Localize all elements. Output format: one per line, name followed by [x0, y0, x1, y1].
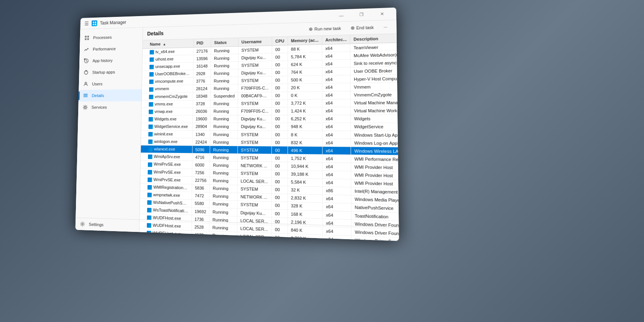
process-file-icon: [150, 50, 154, 55]
sidebar-item-users[interactable]: Users: [79, 77, 141, 90]
svg-point-13: [84, 107, 86, 108]
run-task-button[interactable]: ⊕ Run new task: [305, 24, 345, 33]
svg-rect-1: [95, 21, 96, 23]
services-icon: [82, 104, 88, 110]
col-memory[interactable]: Memory (ac...: [288, 36, 322, 45]
col-arch[interactable]: Architec...: [322, 35, 350, 44]
col-status[interactable]: Status: [211, 38, 238, 47]
process-file-icon: [149, 102, 153, 107]
process-file-icon: [147, 192, 152, 197]
process-file-icon: [148, 147, 153, 152]
performance-icon: [84, 46, 90, 52]
svg-rect-7: [87, 38, 89, 40]
processes-icon: [84, 35, 90, 41]
svg-rect-10: [84, 94, 88, 95]
svg-rect-2: [93, 23, 94, 25]
details-label: Details: [92, 93, 104, 98]
process-file-icon: [147, 208, 152, 212]
svg-point-14: [82, 223, 83, 225]
table-row[interactable]: vmms.exe3728RunningSYSTEM003,772 Kx64Vir…: [141, 99, 399, 108]
svg-rect-0: [93, 21, 94, 23]
process-file-icon: [148, 177, 152, 182]
app-history-icon: [84, 58, 89, 64]
table-body: tv_x64.exe27176RunningSYSTEM0088 Kx64Tea…: [140, 43, 399, 241]
svg-point-9: [85, 82, 87, 84]
settings-label: Settings: [89, 222, 104, 227]
process-file-icon: [150, 72, 154, 77]
process-file-icon: [148, 132, 153, 136]
sidebar: Processes Performance: [76, 28, 143, 232]
laptop-screen: ☰ Task Manager — ❐ ✕: [76, 8, 399, 241]
process-file-icon: [147, 200, 152, 205]
table-row[interactable]: WidgetService.exe28904RunningDigvijay Ku…: [141, 123, 399, 131]
process-table-container[interactable]: Name ▲ PID Status Username CPU Memory (a…: [140, 34, 399, 241]
app-history-label: App history: [92, 58, 112, 63]
details-icon: [83, 93, 89, 99]
process-file-icon: [148, 140, 153, 144]
col-cpu[interactable]: CPU: [272, 37, 288, 46]
svg-rect-4: [85, 36, 87, 38]
process-file-icon: [149, 87, 153, 92]
processes-label: Processes: [93, 35, 112, 40]
sidebar-item-services[interactable]: Services: [78, 101, 141, 113]
col-desc[interactable]: Description: [350, 34, 399, 44]
main-layout: Processes Performance: [76, 20, 399, 241]
process-file-icon: [150, 58, 154, 62]
users-icon: [83, 81, 89, 87]
startup-apps-label: Startup apps: [92, 70, 115, 74]
col-username[interactable]: Username: [238, 37, 272, 46]
table-row[interactable]: Widgets.exe19600RunningDigvijay Ku...006…: [141, 115, 399, 123]
more-options-button[interactable]: ···: [380, 23, 392, 31]
sort-asc-icon: ▲: [163, 43, 166, 46]
run-task-icon: ⊕: [309, 26, 313, 32]
settings-icon: [80, 221, 85, 227]
svg-rect-11: [84, 95, 88, 96]
end-task-button[interactable]: ⊗ End task: [347, 23, 378, 33]
sidebar-item-details[interactable]: Details: [79, 89, 142, 102]
services-label: Services: [92, 105, 107, 110]
title-bar-controls: — ❐ ✕: [332, 8, 391, 22]
users-label: Users: [92, 82, 103, 86]
svg-rect-6: [85, 38, 87, 40]
col-pid[interactable]: PID: [193, 39, 211, 48]
process-file-icon: [148, 154, 153, 159]
sidebar-item-app-history[interactable]: App history: [79, 54, 142, 67]
process-file-icon: [149, 117, 153, 122]
table-row[interactable]: vmwp.exe26036RunningF709FF05-C...001,424…: [141, 107, 399, 115]
minimize-button[interactable]: —: [332, 9, 350, 22]
app-icon: [92, 20, 97, 26]
sidebar-item-processes[interactable]: Processes: [80, 31, 143, 44]
end-task-icon: ⊗: [351, 25, 355, 31]
content-title: Details: [147, 26, 304, 37]
task-manager-window: ☰ Task Manager — ❐ ✕: [76, 8, 399, 241]
process-file-icon: [148, 125, 153, 129]
process-file-icon: [148, 170, 152, 174]
more-options-icon: ···: [384, 25, 388, 30]
process-file-icon: [149, 95, 153, 99]
startup-icon: [83, 69, 89, 75]
sidebar-item-performance[interactable]: Performance: [80, 42, 143, 55]
sidebar-item-startup-apps[interactable]: Startup apps: [79, 66, 142, 78]
window-title: Task Manager: [100, 20, 127, 25]
hamburger-icon[interactable]: ☰: [84, 20, 89, 26]
process-file-icon: [148, 185, 152, 190]
close-button[interactable]: ✕: [373, 8, 392, 21]
content-area: Details ⊕ Run new task ⊗ End task ···: [140, 20, 399, 241]
maximize-button[interactable]: ❐: [352, 8, 371, 21]
process-file-icon: [149, 80, 153, 84]
svg-rect-5: [87, 36, 89, 38]
svg-rect-3: [95, 23, 96, 25]
scene: ☰ Task Manager — ❐ ✕: [0, 0, 644, 322]
performance-label: Performance: [93, 46, 116, 51]
process-file-icon: [148, 162, 153, 167]
col-name[interactable]: Name ▲: [143, 39, 194, 49]
process-table: Name ▲ PID Status Username CPU Memory (a…: [140, 34, 399, 241]
process-file-icon: [149, 110, 153, 114]
svg-rect-12: [84, 96, 88, 97]
run-task-label: Run new task: [314, 26, 341, 31]
process-file-icon: [150, 65, 154, 69]
end-task-label: End task: [356, 25, 374, 30]
